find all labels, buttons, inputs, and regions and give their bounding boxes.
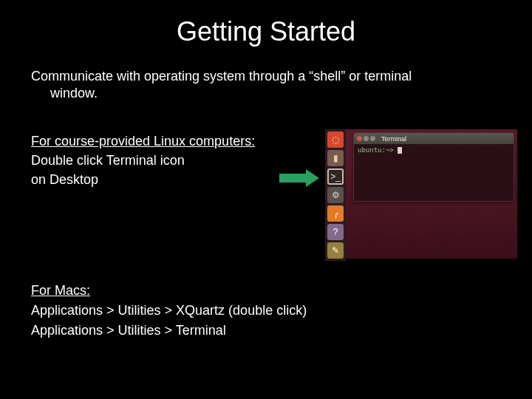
prompt-host: ubuntu:~> — [358, 146, 394, 154]
ubuntu-screenshot: ◌ ▮ >_ ⚙ ╭ ? ✎ Terminal ubuntu:~> — [325, 129, 517, 259]
maximize-icon — [370, 136, 375, 141]
mac-line1: Applications > Utilities > XQuartz (doub… — [31, 303, 307, 318]
terminal-titlebar: Terminal — [354, 133, 514, 144]
hint-icon: ✎ — [327, 242, 344, 259]
terminal-window: Terminal ubuntu:~> — [353, 132, 514, 202]
subtitle-line1: Communicate with operating system throug… — [31, 69, 412, 83]
help-icon: ? — [327, 224, 344, 240]
subtitle-line2: window. — [31, 85, 501, 102]
unity-launcher: ◌ ▮ >_ ⚙ ╭ ? ✎ — [325, 129, 346, 261]
linux-section: For course-provided Linux computers: Dou… — [31, 132, 282, 189]
slide-subtitle: Communicate with operating system throug… — [31, 68, 501, 101]
terminal-title: Terminal — [381, 135, 406, 143]
cursor-icon — [398, 147, 402, 154]
arrow-icon — [279, 169, 319, 187]
firefox-icon: ╭ — [327, 205, 344, 222]
linux-heading: For course-provided Linux computers: — [31, 134, 255, 149]
slide: Getting Started Communicate with operati… — [0, 0, 532, 399]
linux-line1: Double click Terminal icon — [31, 153, 185, 168]
files-icon: ▮ — [327, 150, 344, 166]
mac-line2: Applications > Utilities > Terminal — [31, 323, 226, 338]
mac-heading: For Macs: — [31, 283, 90, 298]
mac-section: For Macs: Applications > Utilities > XQu… — [31, 281, 501, 341]
linux-line2: on Desktop — [31, 172, 98, 187]
terminal-icon: >_ — [327, 168, 344, 185]
dash-icon: ◌ — [327, 132, 344, 148]
settings-icon: ⚙ — [327, 187, 344, 203]
minimize-icon — [364, 136, 369, 141]
terminal-prompt: ubuntu:~> — [354, 144, 514, 156]
close-icon — [357, 136, 362, 141]
slide-title: Getting Started — [0, 16, 532, 47]
